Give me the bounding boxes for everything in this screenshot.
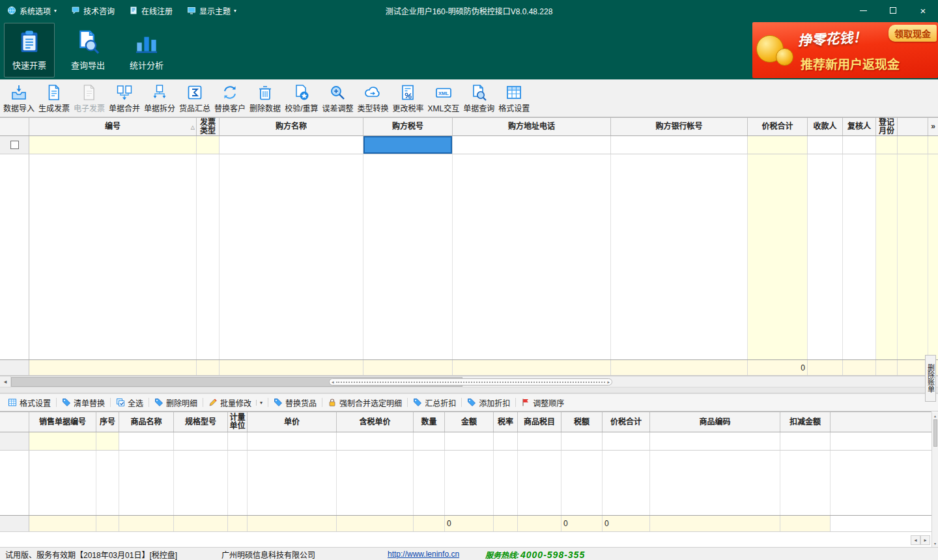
- column-overflow-icon[interactable]: »: [931, 122, 935, 131]
- detail-scroll-right-icon[interactable]: ▸: [920, 535, 930, 545]
- col-header-jine[interactable]: 金额: [445, 412, 494, 432]
- cell-goufang-dizhi-dianhua[interactable]: [453, 136, 611, 154]
- detail-scroll-left-icon[interactable]: ◂: [911, 535, 920, 545]
- toolbar-replace-customer[interactable]: 替换客户: [212, 82, 248, 116]
- cell-bianhao[interactable]: [29, 136, 197, 154]
- cell-xuhao[interactable]: [96, 432, 119, 450]
- col-header-bianhao[interactable]: 编号△: [29, 118, 197, 135]
- col-header-jiliang-danwei[interactable]: 计量单位: [228, 412, 248, 432]
- cell-koujian-jine[interactable]: [780, 432, 831, 450]
- splitter-left-icon[interactable]: ◂: [332, 380, 334, 384]
- cell-jiashui-heji[interactable]: [748, 136, 808, 154]
- col-header-dengji-yuefen[interactable]: 登记月份: [876, 118, 898, 135]
- toolbar-xml-exchange[interactable]: XMLXML交互: [426, 82, 462, 116]
- cell-shangpin-bianma[interactable]: [650, 432, 780, 450]
- cell-shuliang[interactable]: [414, 432, 445, 450]
- cell-selector[interactable]: [0, 136, 29, 154]
- col-header-guige-xinghao[interactable]: 规格型号: [174, 412, 228, 432]
- col-header-danjia[interactable]: 单价: [248, 412, 337, 432]
- col-header-shangpin-mingcheng[interactable]: 商品名称: [119, 412, 174, 432]
- col-header-goufang-mingcheng[interactable]: 购方名称: [220, 118, 363, 135]
- grid-splitter-handle[interactable]: ◂ ▸: [329, 378, 612, 385]
- toolbar-goods-summary[interactable]: 货品汇总: [177, 82, 212, 116]
- toolbar-type-convert[interactable]: 类型转换: [355, 82, 390, 116]
- ribbon-tab-stats-analysis[interactable]: 统计分析: [121, 23, 172, 77]
- cell-jiashui-heji[interactable]: [603, 432, 650, 450]
- toolbar-change-tax-rate[interactable]: 更改税率: [391, 82, 426, 116]
- cell-guige-xinghao[interactable]: [174, 432, 228, 450]
- minimize-button[interactable]: [848, 0, 878, 21]
- cell-danjia[interactable]: [248, 432, 337, 450]
- cell-dengji-yuefen[interactable]: [876, 136, 898, 154]
- cell-shuie[interactable]: [561, 432, 603, 450]
- col-header-jiashui-heji[interactable]: 价税合计: [603, 412, 650, 432]
- col-header-shuilv[interactable]: 税率: [494, 412, 518, 432]
- ribbon-tab-query-export[interactable]: 查询导出: [63, 23, 113, 77]
- detail-toolbar-summary-discount[interactable]: 汇总折扣: [409, 396, 460, 410]
- scroll-down-icon[interactable]: ▾: [934, 540, 936, 547]
- menu-item-online-register[interactable]: 在线注册: [122, 0, 180, 21]
- col-header-koujian-jine[interactable]: 扣减金额: [780, 412, 831, 432]
- detail-toolbar-list-replace[interactable]: 清单替换: [58, 396, 109, 410]
- delete-bill-side-tab[interactable]: 删除账单: [925, 355, 936, 402]
- detail-toolbar-force-merge[interactable]: 强制合并选定明细: [324, 396, 406, 410]
- cell-shoukuanren[interactable]: [808, 136, 843, 154]
- ribbon-tab-quick-invoice[interactable]: 快速开票: [4, 23, 55, 77]
- scroll-up-icon[interactable]: ▴: [934, 412, 936, 419]
- scroll-left-icon[interactable]: ◂: [0, 376, 11, 387]
- cell-hanshui-danjia[interactable]: [337, 432, 414, 450]
- vscroll-thumb[interactable]: [933, 419, 937, 447]
- toolbar-delete-data[interactable]: 删除数据: [248, 82, 283, 116]
- col-header-hanshui-danjia[interactable]: 含税单价: [337, 412, 414, 432]
- maximize-button[interactable]: [878, 0, 908, 21]
- menu-item-display-theme[interactable]: 显示主题▾: [180, 0, 244, 21]
- col-header-shuie[interactable]: 税额: [561, 412, 603, 432]
- col-header-shangpin-shuimu[interactable]: 商品税目: [518, 412, 561, 432]
- cell-goufang-shuihao[interactable]: [363, 136, 453, 154]
- cell-extra[interactable]: [898, 136, 928, 154]
- col-header-fuheren[interactable]: 复核人: [843, 118, 876, 135]
- panel-splitter[interactable]: [0, 387, 938, 393]
- col-header-shangpin-bianma[interactable]: 商品编码: [650, 412, 780, 432]
- menu-item-system-options[interactable]: 系统选项▾: [0, 0, 64, 21]
- toolbar-verify-recalc[interactable]: 校验/重算: [283, 82, 320, 116]
- detail-grid-hscroll-arrows[interactable]: ◂ ▸: [911, 535, 930, 545]
- detail-toolbar-adjust-order[interactable]: 调整顺序: [517, 396, 568, 410]
- upper-grid-hscrollbar[interactable]: ◂ ◂ ▸ ▸: [0, 376, 938, 387]
- ad-claim-badge[interactable]: 领取现金: [888, 25, 937, 42]
- col-header-shuliang[interactable]: 数量: [414, 412, 445, 432]
- cell-goufang-mingcheng[interactable]: [220, 136, 363, 154]
- cell-selector[interactable]: [0, 432, 29, 450]
- website-link[interactable]: http://www.leninfo.cn: [388, 550, 459, 559]
- cell-jine[interactable]: [445, 432, 494, 450]
- toolbar-data-import[interactable]: 数据导入: [1, 82, 36, 116]
- ad-banner[interactable]: 挣零花钱！ 领取现金 推荐新用户返现金: [752, 22, 938, 78]
- col-header-jiashui-heji[interactable]: 价税合计: [748, 118, 808, 135]
- detail-toolbar-select-all[interactable]: 全选: [112, 396, 147, 410]
- col-header-fapiao-leixing[interactable]: 发票类型: [197, 118, 220, 135]
- close-button[interactable]: ×: [908, 0, 938, 21]
- toolbar-merge-docs[interactable]: 单据合并: [107, 82, 142, 116]
- row-checkbox[interactable]: [10, 141, 19, 149]
- menu-item-tech-support[interactable]: 技术咨询: [64, 0, 122, 21]
- splitter-right-icon[interactable]: ▸: [607, 380, 610, 384]
- toolbar-split-docs[interactable]: 单据拆分: [142, 82, 177, 116]
- toolbar-error-adjust[interactable]: 误差调整: [320, 82, 355, 116]
- detail-toolbar-delete-detail[interactable]: 删除明细: [150, 396, 201, 410]
- cell-shangpin-shuimu[interactable]: [518, 432, 561, 450]
- col-header-goufang-dizhi-dianhua[interactable]: 购方地址电话: [453, 118, 611, 135]
- cell-goufang-yinhang-zhanghao[interactable]: [611, 136, 748, 154]
- col-header-goufang-yinhang-zhanghao[interactable]: 购方银行帐号: [611, 118, 748, 135]
- toolbar-generate-invoice[interactable]: 生成发票: [36, 82, 72, 116]
- detail-toolbar-replace-goods[interactable]: 替换货品: [270, 396, 320, 410]
- cell-xiaoshou-danju-bianhao[interactable]: [29, 432, 96, 450]
- detail-toolbar-batch-edit[interactable]: 批量修改▾: [205, 396, 266, 410]
- cell-shuilv[interactable]: [494, 432, 518, 450]
- cell-shangpin-mingcheng[interactable]: [119, 432, 174, 450]
- detail-toolbar-format-settings[interactable]: 格式设置: [4, 396, 55, 410]
- cell-fapiao-leixing[interactable]: [197, 136, 220, 154]
- col-header-xuhao[interactable]: 序号: [96, 412, 119, 432]
- col-header-xiaoshou-danju-bianhao[interactable]: 销售单据编号: [29, 412, 96, 432]
- toolbar-doc-query[interactable]: 单据查询: [461, 82, 496, 116]
- detail-grid-vscrollbar[interactable]: ▴ ▾: [931, 412, 938, 547]
